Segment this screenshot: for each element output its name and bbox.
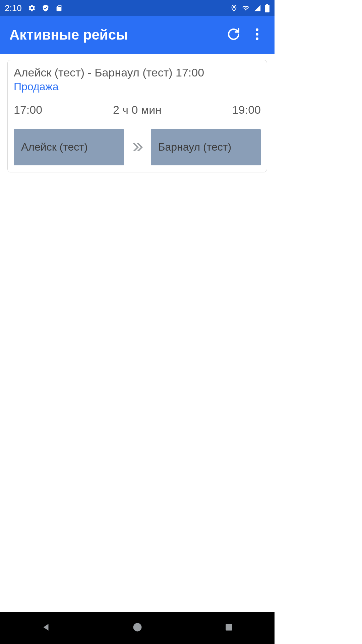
status-time: 2:10 <box>5 3 22 13</box>
sd-card-icon <box>55 4 63 12</box>
svg-rect-2 <box>266 4 268 5</box>
depart-time: 17:00 <box>14 103 42 116</box>
more-button[interactable] <box>249 27 265 43</box>
route-status: Продажа <box>14 80 261 93</box>
divider <box>14 99 261 99</box>
more-vertical-icon <box>255 28 259 42</box>
svg-point-0 <box>233 6 235 8</box>
battery-icon <box>264 4 270 12</box>
refresh-icon <box>227 28 240 42</box>
svg-point-4 <box>256 33 258 36</box>
stations-row: Алейск (тест) Барнаул (тест) <box>14 129 261 165</box>
svg-point-5 <box>256 38 258 40</box>
location-icon <box>230 4 238 12</box>
time-row: 17:00 2 ч 0 мин 19:00 <box>14 103 261 116</box>
shield-icon <box>42 4 49 12</box>
svg-point-3 <box>256 29 258 31</box>
route-card[interactable]: Алейск (тест) - Барнаул (тест) 17:00 Про… <box>7 60 267 172</box>
route-title: Алейск (тест) - Барнаул (тест) 17:00 <box>14 65 261 80</box>
settings-icon <box>28 4 36 12</box>
duration: 2 ч 0 мин <box>113 103 162 116</box>
refresh-button[interactable] <box>226 27 242 43</box>
svg-rect-1 <box>265 5 269 12</box>
station-to-box[interactable]: Барнаул (тест) <box>151 129 261 165</box>
wifi-icon <box>241 4 250 12</box>
status-bar: 2:10 <box>0 0 275 16</box>
station-from-label: Алейск (тест) <box>21 141 88 153</box>
signal-icon <box>254 4 261 12</box>
arrow-right-icon <box>129 141 146 154</box>
station-to-label: Барнаул (тест) <box>158 141 232 153</box>
content-area: Алейск (тест) - Барнаул (тест) 17:00 Про… <box>0 54 275 178</box>
status-left: 2:10 <box>5 3 63 13</box>
station-from-box[interactable]: Алейск (тест) <box>14 129 124 165</box>
page-title: Активные рейсы <box>9 27 218 43</box>
status-right <box>230 4 270 12</box>
app-bar: Активные рейсы <box>0 16 275 54</box>
arrive-time: 19:00 <box>232 103 261 116</box>
